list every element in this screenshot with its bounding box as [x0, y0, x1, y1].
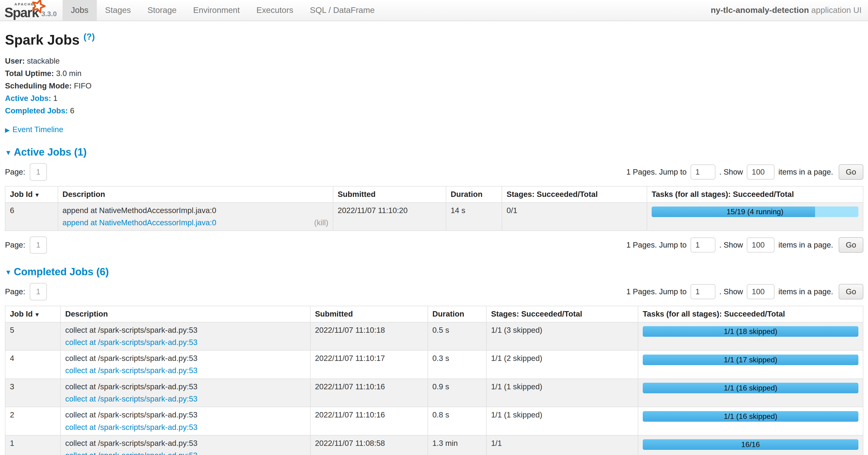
- column-header-tasks[interactable]: Tasks (for all stages): Succeeded/Total: [638, 306, 863, 322]
- tasks-progress-bar: 16/16: [643, 439, 858, 450]
- progress-label: 1/1 (16 skipped): [643, 411, 858, 422]
- tasks-cell: 16/16: [638, 435, 863, 455]
- tasks-cell: 1/1 (17 skipped): [638, 350, 863, 379]
- page-number-input[interactable]: [30, 163, 47, 180]
- column-header-duration[interactable]: Duration: [446, 186, 502, 202]
- duration-cell: 14 s: [446, 202, 502, 231]
- tasks-progress-bar: 1/1 (16 skipped): [643, 383, 858, 393]
- description-cell: append at NativeMethodAccessorImpl.java:…: [58, 202, 333, 231]
- tasks-cell: 15/19 (4 running): [647, 202, 863, 231]
- pages-info-text: 1 Pages. Jump to: [626, 240, 687, 250]
- column-header-stages[interactable]: Stages: Succeeded/Total: [502, 186, 647, 202]
- jump-to-page-input[interactable]: [690, 237, 715, 253]
- job-description: collect at /spark-scripts/spark-ad.py:53: [65, 410, 306, 419]
- completed-job-row: 5 collect at /spark-scripts/spark-ad.py:…: [5, 322, 863, 350]
- column-header-submitted[interactable]: Submitted: [333, 186, 446, 202]
- page-title: Spark Jobs (?): [5, 32, 863, 48]
- completed-jobs-table: Job Id▼ Description Submitted Duration S…: [5, 306, 863, 455]
- page-number-input[interactable]: [30, 283, 47, 300]
- column-header-description[interactable]: Description: [60, 306, 310, 322]
- go-button[interactable]: Go: [839, 237, 863, 253]
- column-header-job-id[interactable]: Job Id▼: [5, 186, 58, 202]
- completed-table-header-row: Job Id▼ Description Submitted Duration S…: [5, 306, 863, 322]
- job-id-cell: 6: [5, 202, 58, 231]
- kill-job-link[interactable]: (kill): [314, 218, 329, 227]
- submitted-cell: 2022/11/07 11:10:16: [310, 379, 428, 407]
- tab-executors[interactable]: Executors: [248, 0, 302, 21]
- event-timeline-toggle[interactable]: ▶Event Timeline: [5, 125, 863, 134]
- items-per-page-input[interactable]: [747, 165, 774, 179]
- active-jobs-table: Job Id▼ Description Submitted Duration S…: [5, 186, 863, 231]
- go-button[interactable]: Go: [839, 164, 863, 180]
- summary-uptime: Total Uptime: 3.0 min: [5, 68, 863, 78]
- tab-sql-dataframe[interactable]: SQL / DataFrame: [302, 0, 383, 21]
- completed-jobs-link[interactable]: Completed Jobs:: [5, 106, 68, 115]
- pagination-active-bottom: Page: 1 Pages. Jump to . Show items in a…: [5, 236, 863, 254]
- active-jobs-value: 1: [53, 94, 57, 103]
- go-button[interactable]: Go: [839, 284, 863, 300]
- stages-cell: 1/1 (2 skipped): [486, 350, 638, 379]
- stages-cell: 1/1 (3 skipped): [486, 322, 638, 350]
- page-title-text: Spark Jobs: [5, 32, 80, 48]
- column-header-tasks[interactable]: Tasks (for all stages): Succeeded/Total: [647, 186, 863, 202]
- show-text: . Show: [719, 168, 743, 176]
- jump-to-page-input[interactable]: [690, 165, 715, 179]
- submitted-cell: 2022/11/07 11:10:18: [310, 322, 428, 350]
- items-text: items in a page.: [778, 240, 833, 250]
- summary-active-jobs: Active Jobs: 1: [5, 93, 863, 103]
- completed-job-row: 1 collect at /spark-scripts/spark-ad.py:…: [5, 435, 863, 455]
- pagination-controls: 1 Pages. Jump to . Show items in a page.…: [626, 284, 863, 300]
- scheduling-mode-value: FIFO: [74, 81, 91, 90]
- application-name-text: ny-tlc-anomaly-detection: [711, 5, 809, 15]
- duration-cell: 0.8 s: [428, 407, 486, 435]
- stages-cell: 0/1: [502, 202, 647, 231]
- active-jobs-link[interactable]: Active Jobs:: [5, 94, 51, 103]
- tab-jobs[interactable]: Jobs: [63, 0, 97, 21]
- tab-stages[interactable]: Stages: [97, 0, 139, 21]
- tasks-cell: 1/1 (16 skipped): [638, 379, 863, 407]
- description-cell: collect at /spark-scripts/spark-ad.py:53…: [60, 435, 310, 455]
- completed-jobs-section-title: Completed Jobs (6): [14, 266, 109, 277]
- column-header-duration[interactable]: Duration: [428, 306, 486, 322]
- spark-logo: APACHE Spark 3.3.0: [0, 0, 63, 21]
- pages-info-text: 1 Pages. Jump to: [626, 168, 687, 176]
- active-jobs-section-header[interactable]: ▼Active Jobs (1): [5, 146, 863, 158]
- column-header-description[interactable]: Description: [58, 186, 333, 202]
- job-id-cell: 1: [5, 435, 60, 455]
- tab-environment[interactable]: Environment: [185, 0, 248, 21]
- scheduling-mode-label: Scheduling Mode:: [5, 81, 72, 90]
- job-description-link[interactable]: collect at /spark-scripts/spark-ad.py:53: [65, 366, 197, 375]
- items-per-page-input[interactable]: [747, 284, 774, 299]
- completed-jobs-section-header[interactable]: ▼Completed Jobs (6): [5, 266, 863, 278]
- job-description-link[interactable]: collect at /spark-scripts/spark-ad.py:53: [65, 395, 197, 403]
- page-label: Page:: [5, 287, 25, 296]
- main-content: Spark Jobs (?) User: stackable Total Upt…: [0, 32, 868, 455]
- job-description-link[interactable]: append at NativeMethodAccessorImpl.java:…: [63, 218, 216, 227]
- job-id-cell: 2: [5, 407, 60, 435]
- job-description: collect at /spark-scripts/spark-ad.py:53: [65, 326, 306, 335]
- job-description-link[interactable]: collect at /spark-scripts/spark-ad.py:53: [65, 338, 197, 347]
- jump-to-page-input[interactable]: [690, 284, 715, 299]
- items-per-page-input[interactable]: [747, 237, 774, 253]
- page-number-input[interactable]: [30, 236, 47, 254]
- column-header-submitted[interactable]: Submitted: [310, 306, 428, 322]
- job-description-link[interactable]: collect at /spark-scripts/spark-ad.py:53: [65, 451, 197, 455]
- submitted-cell: 2022/11/07 11:10:20: [333, 202, 446, 231]
- show-text: . Show: [719, 287, 743, 296]
- tasks-progress-bar: 1/1 (17 skipped): [643, 354, 858, 365]
- job-description-link[interactable]: collect at /spark-scripts/spark-ad.py:53: [65, 423, 197, 432]
- completed-job-row: 4 collect at /spark-scripts/spark-ad.py:…: [5, 350, 863, 379]
- sort-desc-icon: ▼: [34, 312, 40, 318]
- tab-storage[interactable]: Storage: [139, 0, 185, 21]
- navbar: APACHE Spark 3.3.0 Jobs Stages Storage E…: [0, 0, 868, 21]
- help-link[interactable]: (?): [84, 32, 95, 41]
- submitted-cell: 2022/11/07 11:08:58: [310, 435, 428, 455]
- duration-cell: 0.3 s: [428, 350, 486, 379]
- pagination-controls: 1 Pages. Jump to . Show items in a page.…: [626, 237, 863, 253]
- tasks-progress-bar: 1/1 (16 skipped): [643, 411, 858, 422]
- summary-completed-jobs: Completed Jobs: 6: [5, 106, 863, 115]
- active-jobs-section-title: Active Jobs (1): [14, 146, 87, 158]
- column-header-job-id[interactable]: Job Id▼: [5, 306, 60, 322]
- description-cell: collect at /spark-scripts/spark-ad.py:53…: [60, 379, 310, 407]
- column-header-stages[interactable]: Stages: Succeeded/Total: [486, 306, 638, 322]
